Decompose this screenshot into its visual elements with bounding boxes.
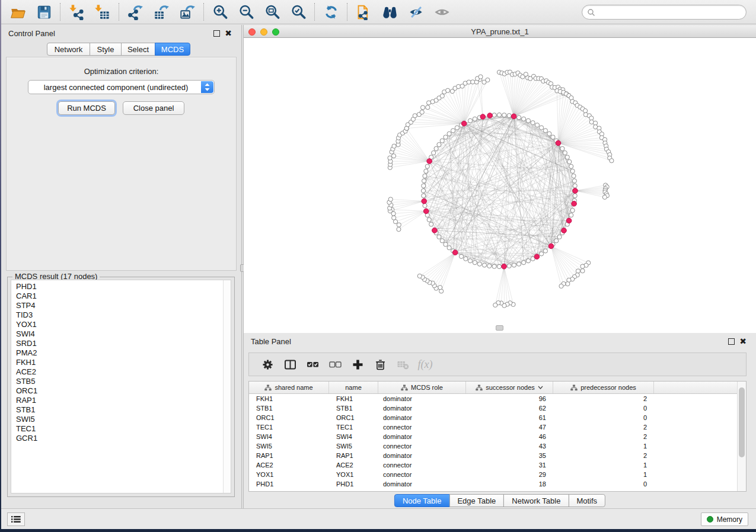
search-box [582,5,747,20]
delete-table-button[interactable] [391,355,414,373]
float-panel-icon[interactable] [213,30,220,37]
table-row[interactable]: SWI4SWI4dominator462 [249,432,746,441]
column-header-MCDS-role[interactable]: MCDS role [378,382,466,393]
table-row[interactable]: TEC1TEC1connector472 [249,422,746,432]
close-table-panel-icon[interactable]: ✖ [739,336,747,346]
shared-column-icon [264,384,272,391]
open-file-button[interactable] [5,2,31,22]
tab-select[interactable]: Select [121,43,155,56]
import-network-button[interactable] [63,2,90,22]
mcds-result-item[interactable]: STB5 [11,377,231,386]
cell-predecessor_nodes: 2 [553,422,654,432]
cell-name: STB1 [329,403,378,413]
column-header-predecessor-nodes[interactable]: predecessor nodes [553,382,654,393]
export-image-button[interactable] [174,2,200,22]
mcds-result-item[interactable]: SWI5 [11,415,231,424]
export-network-button[interactable] [122,2,148,22]
network-canvas[interactable] [244,38,756,333]
delete-table-icon [397,358,409,371]
search-input[interactable] [595,7,746,18]
mcds-result-item[interactable]: SWI4 [11,329,231,339]
cell-mcds_role: connector [378,441,466,451]
memory-button[interactable]: Memory [701,512,748,526]
mcds-result-item[interactable]: TEC1 [11,424,231,434]
add-column-button[interactable] [346,355,369,373]
mcds-result-item[interactable]: SRD1 [11,339,231,348]
column-header-successor-nodes[interactable]: successor nodes [466,382,553,393]
mcds-result-items: PHD1CAR1STP4TID3YOX1SWI4SRD1PMA2FKH1ACE2… [11,280,231,443]
optimization-criterion-select[interactable]: largest connected component (undirected) [28,80,215,94]
tab-mcds[interactable]: MCDS [155,43,190,56]
cell-name: YOX1 [329,470,378,479]
table-row[interactable]: ORC1ORC1dominator610 [249,413,746,422]
table-row[interactable]: FKH1FKH1dominator962 [249,394,746,403]
status-bar: Memory [1,508,756,529]
refresh-network-button[interactable] [318,2,344,22]
clone-network-button[interactable] [350,2,377,22]
mcds-result-item[interactable]: PHD1 [11,282,231,291]
float-table-panel-icon[interactable] [728,338,735,345]
show-graphics-details-button[interactable] [429,2,455,22]
save-session-button[interactable] [31,2,57,22]
mcds-list-scrollbar[interactable] [223,280,231,493]
column-header-shared-name[interactable]: shared name [249,382,329,393]
table-scrollbar-thumb[interactable] [739,387,745,457]
tab-motifs[interactable]: Motifs [568,494,605,507]
close-panel-icon[interactable]: ✖ [225,28,232,38]
main-toolbar-icons [5,2,455,22]
column-header-name[interactable]: name [329,382,378,393]
mcds-result-item[interactable]: FKH1 [11,358,231,367]
application-window: Control Panel ✖ NetworkStyleSelectMCDS O… [1,0,756,529]
cell-name: SWI4 [329,432,378,441]
network-canvas-svg [244,38,756,333]
task-history-button[interactable] [7,512,25,526]
table-row[interactable]: SWI5SWI5connector431 [249,441,746,451]
table-scrollbar[interactable] [737,382,746,491]
zoom-in-button[interactable] [207,2,233,22]
zoom-out-icon [238,4,254,20]
node-table: shared namenameMCDS rolesuccessor nodesp… [248,381,747,492]
binoculars-button[interactable] [377,2,403,22]
mcds-result-item[interactable]: PMA2 [11,348,231,358]
table-row[interactable]: ACE2ACE2connector311 [249,460,746,470]
cell-predecessor_nodes: 2 [553,451,654,460]
zoom-selected-button[interactable] [285,2,311,22]
table-row[interactable]: STB1STB1dominator620 [249,403,746,413]
cell-name: RAP1 [329,451,378,460]
mcds-result-item[interactable]: ORC1 [11,386,231,396]
gear-button[interactable] [256,355,279,373]
clear-all-checks-button[interactable] [324,355,346,373]
close-panel-button[interactable]: Close panel [123,101,184,115]
mcds-result-item[interactable]: RAP1 [11,396,231,405]
function-builder-button[interactable]: f(x) [414,355,436,373]
mcds-result-item[interactable]: GCR1 [11,434,231,443]
collapse-grip[interactable] [496,325,503,331]
mcds-result-item[interactable]: CAR1 [11,291,231,301]
import-table-button[interactable] [90,2,116,22]
table-row[interactable]: RAP1RAP1dominator352 [249,451,746,460]
run-mcds-button[interactable]: Run MCDS [58,101,115,115]
table-row[interactable]: PHD1PHD1dominator180 [249,479,746,489]
tab-node-table[interactable]: Node Table [394,494,450,507]
table-row[interactable]: YOX1YOX1connector291 [249,470,746,479]
mcds-result-box: MCDS result (17 nodes) PHD1CAR1STP4TID3Y… [7,277,235,497]
split-columns-button[interactable] [279,355,301,373]
tab-network-table[interactable]: Network Table [503,494,569,507]
mcds-result-item[interactable]: STP4 [11,301,231,310]
delete-column-button[interactable] [369,355,391,373]
hide-graphics-details-button[interactable] [403,2,429,22]
tab-network[interactable]: Network [47,43,90,56]
export-network-icon [127,4,143,20]
mcds-result-item[interactable]: TID3 [11,310,231,320]
mcds-result-item[interactable]: STB1 [11,405,231,415]
network-window-titlebar: YPA_prune.txt_1 [244,25,756,38]
zoom-fit-button[interactable] [259,2,285,22]
mcds-result-item[interactable]: ACE2 [11,367,231,377]
tab-style[interactable]: Style [90,43,122,56]
toolbar-separator [314,3,315,21]
mcds-result-item[interactable]: YOX1 [11,320,231,329]
export-table-button[interactable] [148,2,174,22]
tab-edge-table[interactable]: Edge Table [449,494,504,507]
zoom-out-button[interactable] [233,2,259,22]
select-all-checks-button[interactable] [301,355,324,373]
